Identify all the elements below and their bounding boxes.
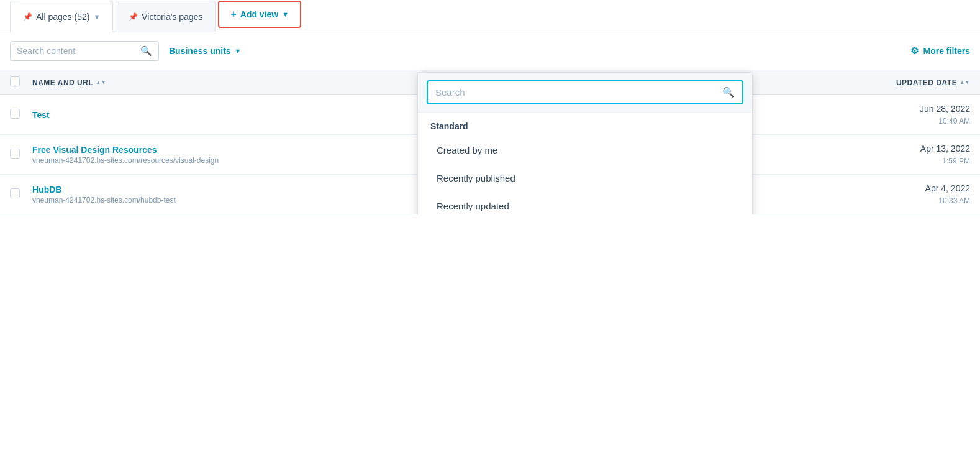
row-date-2: Apr 4, 2022 10:33 AM [858,182,970,206]
dropdown-section-label: Standard [418,113,752,136]
chevron-down-icon: ▼ [93,13,100,21]
sort-arrows-name: ▲▼ [96,80,106,85]
row-checkbox-1[interactable] [10,149,20,159]
row-date-val-2: Apr 4, 2022 [858,182,970,195]
row-date-1: Apr 13, 2022 1:59 PM [858,142,970,167]
plus-icon: + [230,9,236,20]
add-view-label: Add view [240,9,278,19]
business-units-filter[interactable]: Business units ▼ [166,42,243,60]
select-all-checkbox[interactable] [10,76,20,86]
row-time-val-2: 10:33 AM [858,195,970,206]
chevron-down-icon-add: ▼ [282,11,289,18]
add-view-button[interactable]: + Add view ▼ [218,1,301,28]
chevron-down-icon-bu: ▼ [235,47,242,55]
row-date-0: Jun 28, 2022 10:40 AM [858,103,970,127]
business-units-label: Business units [169,46,231,56]
tab-victorias-pages[interactable]: 📌 Victoria's pages [116,1,216,32]
dropdown-item-recently-published[interactable]: Recently published [418,164,752,192]
row-time-val-0: 10:40 AM [858,116,970,127]
tab-bar: 📌 All pages (52) ▼ 📌 Victoria's pages + … [0,0,980,32]
more-filters-button[interactable]: ⚙ More filters [910,45,970,57]
tab-all-pages-label: All pages (52) [36,12,89,22]
search-icon: 🔍 [140,45,152,57]
pin-icon: 📌 [23,12,32,21]
tab-victorias-pages-label: Victoria's pages [142,12,202,22]
pin-icon-2: 📌 [129,12,138,21]
dropdown-search-box[interactable]: 🔍 [427,80,743,104]
filter-icon: ⚙ [910,45,919,57]
row-time-val-1: 1:59 PM [858,155,970,167]
row-date-val-1: Apr 13, 2022 [858,142,970,155]
dropdown-search-area: 🔍 [418,73,752,113]
sort-arrows-date: ▲▼ [960,80,970,85]
dropdown-search-icon: 🔍 [722,86,735,98]
search-content-box[interactable]: 🔍 [10,41,159,61]
col-name-label: NAME AND URL [32,78,93,87]
dropdown-search-input[interactable] [435,87,716,98]
toolbar: 🔍 Business units ▼ ⚙ More filters [0,32,980,70]
more-filters-label: More filters [923,46,970,56]
row-date-val-0: Jun 28, 2022 [858,103,970,116]
col-date-label: UPDATED DATE [896,78,957,87]
tab-all-pages[interactable]: 📌 All pages (52) ▼ [10,1,113,32]
row-checkbox-0[interactable] [10,109,20,119]
search-content-input[interactable] [17,46,135,56]
dropdown-item-recently-updated[interactable]: Recently updated [418,192,752,214]
dropdown-item-created-by-me[interactable]: Created by me [418,136,752,164]
row-checkbox-2[interactable] [10,188,20,198]
add-view-dropdown: 🔍 Standard Created by me Recently publis… [417,72,753,214]
col-date-header[interactable]: UPDATED DATE ▲▼ [858,78,970,87]
select-all-checkbox-col [10,76,32,88]
